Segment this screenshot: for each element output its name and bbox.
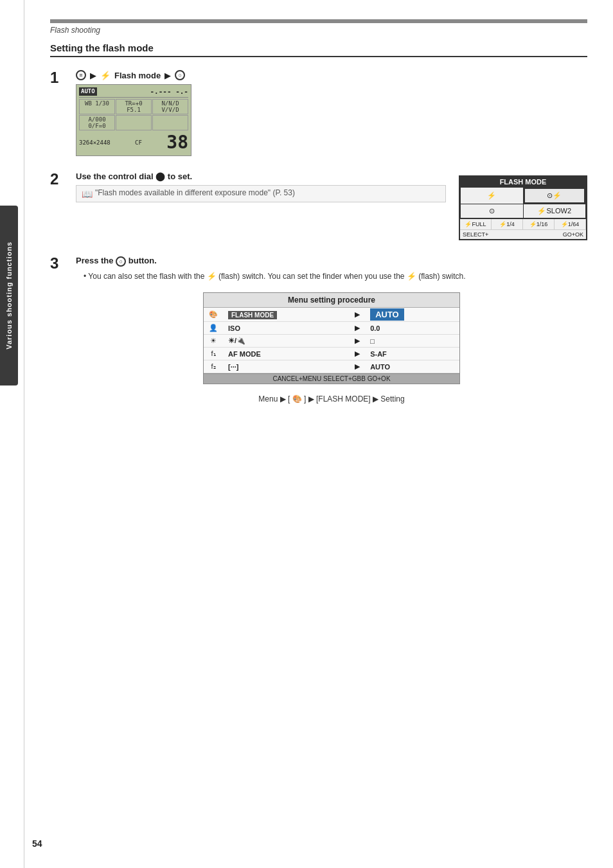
lcd-auto-badge: AUTO bbox=[79, 87, 97, 96]
ok-btn-icon: ○ bbox=[116, 256, 126, 267]
lcd-cell-6 bbox=[152, 115, 188, 130]
lcd-big-number: 38 bbox=[166, 132, 188, 153]
flash-select: SELECT+ bbox=[463, 231, 488, 238]
note-box: 📖 "Flash modes available in different ex… bbox=[76, 185, 446, 202]
chapter-label: Various shooting functions bbox=[5, 242, 13, 350]
menu-icon-1: 🎨 bbox=[204, 308, 223, 322]
menu-value-1: AUTO bbox=[365, 308, 459, 322]
step-3-content: Press the ○ button. You can also set the… bbox=[76, 256, 587, 403]
menu-icon-2: 👤 bbox=[204, 322, 223, 335]
flash-panel-grid: ⚡ ⊙⚡ ⊙ ⚡SLOW2 bbox=[460, 187, 586, 218]
flash-full: ⚡FULL bbox=[460, 219, 492, 229]
menu-caption: Menu ▶ [ 🎨 ] ▶ [FLASH MODE] ▶ Setting bbox=[76, 394, 587, 403]
arrow-icon-2: ▶ bbox=[164, 71, 171, 80]
flash-status-row: SELECT+ GO+OK bbox=[460, 229, 586, 239]
note-text: "Flash modes available in different expo… bbox=[95, 188, 295, 197]
menu-arrow-3: ▶ bbox=[350, 335, 365, 348]
note-icon: 📖 bbox=[82, 189, 93, 199]
ok-button-icon: ○ bbox=[175, 70, 185, 80]
flash-bottom-row: ⚡FULL ⚡1/4 ⚡1/16 ⚡1/64 bbox=[460, 218, 586, 229]
lcd-cell-4: A/000 0/F=0 bbox=[79, 115, 115, 130]
arrow-icon-1: ▶ bbox=[90, 71, 96, 80]
flash-1-16: ⚡1/16 bbox=[523, 219, 555, 229]
menu-proc-title: Menu setting procedure bbox=[204, 293, 459, 308]
menu-row-3: ☀ ☀/🔌 ▶ □ bbox=[204, 335, 459, 348]
step-1-inline: ≡ ▶ ⚡ Flash mode ▶ ○ bbox=[76, 70, 587, 80]
lcd-resolution: 3264×2448 bbox=[79, 139, 111, 146]
menu-proc-table: 🎨 FLASH MODE ▶ AUTO 👤 ISO ▶ 0.0 ☀ bbox=[204, 308, 459, 373]
step-1-text: Flash mode bbox=[114, 71, 161, 80]
menu-arrow-5: ▶ bbox=[350, 360, 365, 373]
flash-cell-3: ⊙ bbox=[461, 204, 523, 218]
menu-procedure-box: Menu setting procedure 🎨 FLASH MODE ▶ AU… bbox=[203, 292, 460, 384]
camera-lcd: AUTO -.--- -.- WB 1/30 TR=+0 F5.1 N/N/D … bbox=[76, 84, 191, 156]
lcd-top-row: AUTO -.--- -.- bbox=[79, 87, 188, 98]
lcd-cell-5 bbox=[116, 115, 152, 130]
main-content: Flash shooting Setting the flash mode 1 … bbox=[24, 0, 613, 445]
flash-panel-title: FLASH MODE bbox=[460, 177, 586, 187]
menu-item-1: FLASH MODE bbox=[223, 308, 350, 322]
step-2: 2 Use the control dial ⬤ to set. 📖 "Flas… bbox=[50, 172, 587, 240]
menu-item-3: ☀/🔌 bbox=[223, 335, 350, 348]
menu-button-icon: ≡ bbox=[76, 70, 86, 80]
menu-value-4: S-AF bbox=[365, 348, 459, 360]
menu-icon-5: f₂ bbox=[204, 360, 223, 373]
lcd-cf: CF bbox=[135, 139, 142, 146]
sidebar: 4 Various shooting functions bbox=[0, 0, 24, 868]
chapter-tab: 4 Various shooting functions bbox=[0, 206, 18, 385]
menu-icon-3: ☀ bbox=[204, 335, 223, 348]
section-title: Setting the flash mode bbox=[50, 42, 587, 57]
lcd-cell-3: N/N/D V/V/D bbox=[152, 99, 188, 114]
breadcrumb: Flash shooting bbox=[50, 26, 587, 35]
flash-panel: FLASH MODE ⚡ ⊙⚡ ⊙ ⚡SLOW2 ⚡FULL ⚡1/4 ⚡1/1… bbox=[459, 175, 587, 240]
chapter-number: 4 bbox=[5, 392, 13, 409]
step-2-text: Use the control dial ⬤ to set. 📖 "Flash … bbox=[76, 172, 446, 206]
flash-go-ok: GO+OK bbox=[563, 231, 583, 238]
menu-item-4: AF MODE bbox=[223, 348, 350, 360]
menu-item-5: [···] bbox=[223, 360, 350, 373]
menu-proc-footer: CANCEL+MENU SELECT+GBB GO+OK bbox=[204, 373, 459, 384]
flash-cell-4: ⚡SLOW2 bbox=[524, 204, 586, 218]
menu-arrow-2: ▶ bbox=[350, 322, 365, 335]
step-1: 1 ≡ ▶ ⚡ Flash mode ▶ ○ AUTO -.--- -.- WB… bbox=[50, 70, 587, 156]
flash-icon-1: ⚡ bbox=[100, 71, 111, 80]
menu-item-2: ISO bbox=[223, 322, 350, 335]
menu-row-4: f₁ AF MODE ▶ S-AF bbox=[204, 348, 459, 360]
flash-cell-1: ⚡ bbox=[461, 188, 523, 204]
menu-value-2: 0.0 bbox=[365, 322, 459, 335]
step-3-bullet: You can also set the flash with the ⚡ (f… bbox=[84, 270, 587, 282]
lcd-grid: WB 1/30 TR=+0 F5.1 N/N/D V/V/D A/000 0/F… bbox=[79, 99, 188, 130]
lcd-top-value: -.--- -.- bbox=[150, 87, 188, 96]
step-3-title: Press the ○ button. bbox=[76, 256, 587, 267]
lcd-cell-2: TR=+0 F5.1 bbox=[116, 99, 152, 114]
page-number: 54 bbox=[32, 838, 42, 849]
menu-icon-4: f₁ bbox=[204, 348, 223, 360]
menu-value-3: □ bbox=[365, 335, 459, 348]
menu-row-5: f₂ [···] ▶ AUTO bbox=[204, 360, 459, 373]
step-2-row: Use the control dial ⬤ to set. 📖 "Flash … bbox=[76, 172, 587, 240]
menu-value-5: AUTO bbox=[365, 360, 459, 373]
step-2-number: 2 bbox=[50, 172, 66, 187]
flash-1-64: ⚡1/64 bbox=[555, 219, 586, 229]
menu-arrow-1: ▶ bbox=[350, 308, 365, 322]
menu-arrow-4: ▶ bbox=[350, 348, 365, 360]
section-bar bbox=[50, 19, 587, 23]
step-3-number: 3 bbox=[50, 256, 66, 271]
step-3: 3 Press the ○ button. You can also set t… bbox=[50, 256, 587, 403]
lcd-bottom-row: 3264×2448 CF 38 bbox=[79, 132, 188, 153]
step-2-content: Use the control dial ⬤ to set. 📖 "Flash … bbox=[76, 172, 587, 240]
step-1-number: 1 bbox=[50, 70, 66, 85]
step-2-title: Use the control dial ⬤ to set. bbox=[76, 172, 446, 181]
step-1-content: ≡ ▶ ⚡ Flash mode ▶ ○ AUTO -.--- -.- WB 1… bbox=[76, 70, 587, 156]
flash-cell-2: ⊙⚡ bbox=[524, 188, 586, 204]
dial-icon: ⬤ bbox=[155, 172, 165, 181]
flash-1-4: ⚡1/4 bbox=[492, 219, 523, 229]
lcd-cell-1: WB 1/30 bbox=[79, 99, 115, 114]
menu-row-2: 👤 ISO ▶ 0.0 bbox=[204, 322, 459, 335]
menu-row-1: 🎨 FLASH MODE ▶ AUTO bbox=[204, 308, 459, 322]
